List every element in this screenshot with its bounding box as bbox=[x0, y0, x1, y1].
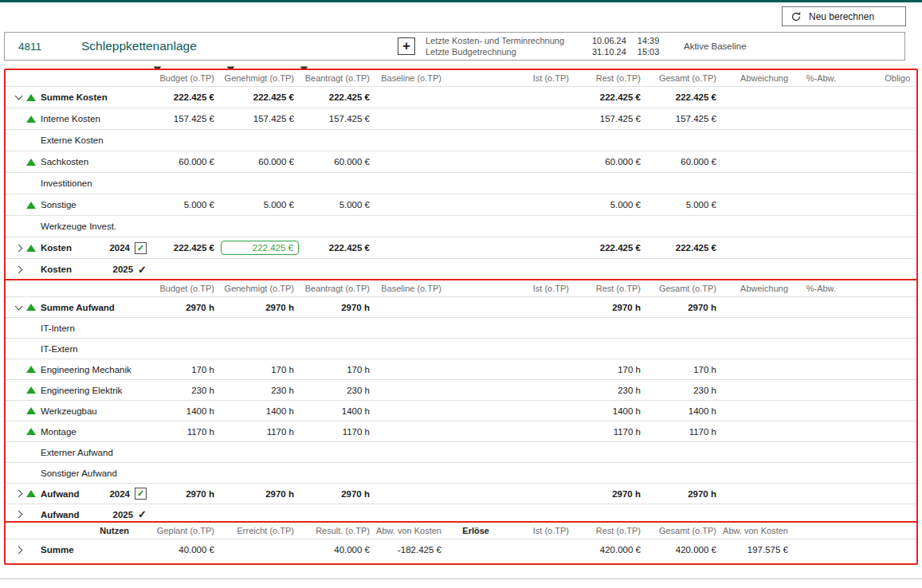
value-cell[interactable]: 222.425 € bbox=[221, 92, 300, 102]
last-cost-calc-date: 10.06.24 bbox=[592, 36, 626, 45]
value-cell[interactable]: 222.425 € bbox=[153, 92, 221, 102]
project-title: Schleppkettenanlage bbox=[81, 39, 197, 53]
value-cell[interactable]: 222.425 € bbox=[300, 243, 376, 253]
year-checkbox[interactable]: ✓ bbox=[135, 488, 147, 500]
value-cell[interactable]: 420.000 € bbox=[575, 545, 647, 555]
value-cell[interactable]: 2970 h bbox=[153, 489, 221, 499]
row-label: Sonstige bbox=[41, 200, 77, 210]
value-cell[interactable]: 5.000 € bbox=[300, 200, 376, 210]
value-cell[interactable]: 60.000 € bbox=[300, 157, 376, 167]
chevron-right-icon[interactable] bbox=[10, 547, 26, 553]
value-cell[interactable]: 170 h bbox=[575, 365, 647, 374]
chevron-right-icon[interactable] bbox=[10, 267, 26, 272]
value-cell[interactable]: 222.425 € bbox=[300, 92, 376, 102]
row-label: Aufwand bbox=[41, 489, 80, 499]
row-label: IT-Intern bbox=[41, 323, 75, 333]
value-cell[interactable]: 2970 h bbox=[575, 303, 647, 312]
value-cell[interactable]: 2970 h bbox=[153, 303, 221, 312]
row-label-cell: Kosten2025✓ bbox=[6, 259, 153, 280]
value-cell[interactable]: 230 h bbox=[221, 386, 300, 395]
value-cell[interactable]: 1170 h bbox=[575, 427, 647, 437]
value-cell[interactable]: 230 h bbox=[647, 386, 723, 395]
chevron-down-icon[interactable] bbox=[10, 96, 26, 99]
recalculate-button[interactable]: Neu berechnen bbox=[782, 6, 906, 26]
value-cell[interactable]: 222.425 € bbox=[575, 243, 647, 253]
selected-value-cell[interactable]: 222.425 € bbox=[221, 241, 299, 255]
table-row: IT-Extern bbox=[6, 339, 916, 359]
value-cell[interactable]: 157.425 € bbox=[153, 114, 221, 123]
value-cell[interactable]: 1400 h bbox=[221, 406, 300, 416]
expand-button[interactable]: + bbox=[398, 37, 415, 55]
value-cell[interactable]: 222.425 € bbox=[647, 243, 723, 253]
chevron-right-icon[interactable] bbox=[10, 491, 26, 496]
column-header: Result. (o.TP) bbox=[300, 526, 376, 535]
value-cell[interactable]: 1170 h bbox=[300, 427, 376, 437]
value-cell[interactable]: 1400 h bbox=[647, 406, 723, 416]
value-cell[interactable]: 60.000 € bbox=[575, 157, 647, 167]
value-cell[interactable]: 5.000 € bbox=[153, 200, 221, 210]
value-cell[interactable]: -182.425 € bbox=[376, 545, 448, 555]
value-cell[interactable]: 2970 h bbox=[221, 489, 300, 499]
calc-info-labels: Letzte Kosten- und Terminrechnung Letzte… bbox=[426, 36, 564, 57]
chevron-right-icon[interactable] bbox=[10, 245, 26, 251]
column-header: Rest (o.TP) bbox=[575, 526, 647, 535]
active-baseline-label: Aktive Baseline bbox=[684, 41, 747, 51]
table-row: Engineering Mechanik170 h170 h170 h170 h… bbox=[6, 359, 916, 380]
column-header: Abw. von Kosten bbox=[376, 526, 448, 535]
column-header: Erreicht (o.TP) bbox=[221, 526, 300, 535]
value-cell[interactable]: 60.000 € bbox=[647, 157, 723, 167]
value-cell[interactable]: 170 h bbox=[300, 365, 376, 374]
value-cell[interactable]: 170 h bbox=[221, 365, 300, 374]
row-label-cell: Aufwand2024✓ bbox=[6, 484, 153, 504]
column-header: Abweichung bbox=[723, 73, 794, 83]
column-header: Ist (o.TP) bbox=[448, 284, 575, 293]
value-cell[interactable]: 197.575 € bbox=[723, 545, 794, 555]
value-cell[interactable]: 1170 h bbox=[647, 427, 723, 437]
value-cell[interactable]: 5.000 € bbox=[575, 200, 647, 210]
value-cell[interactable]: 5.000 € bbox=[221, 200, 300, 210]
value-cell[interactable]: 157.425 € bbox=[221, 114, 300, 123]
value-cell[interactable]: 40.000 € bbox=[300, 545, 376, 555]
value-cell[interactable]: 157.425 € bbox=[300, 114, 376, 123]
row-label: Kosten bbox=[41, 243, 72, 253]
value-cell[interactable]: 2970 h bbox=[300, 303, 376, 312]
table-row: Kosten2024✓222.425 €222.425 €222.425 €22… bbox=[6, 237, 916, 259]
row-label-cell: IT-Extern bbox=[6, 339, 153, 359]
value-cell[interactable]: 222.425 € bbox=[221, 241, 300, 255]
value-cell[interactable]: 40.000 € bbox=[153, 545, 221, 555]
status-triangle-icon bbox=[26, 490, 41, 497]
value-cell[interactable]: 230 h bbox=[153, 386, 221, 395]
value-cell[interactable]: 157.425 € bbox=[647, 114, 723, 123]
value-cell[interactable]: 1400 h bbox=[300, 406, 376, 416]
value-cell[interactable]: 1400 h bbox=[575, 406, 647, 416]
row-label: Aufwand bbox=[41, 510, 80, 519]
year-checkbox[interactable]: ✓ bbox=[135, 242, 147, 254]
table-row: Summe Aufwand2970 h2970 h2970 h2970 h297… bbox=[6, 297, 916, 318]
row-label-cell: Interne Kosten bbox=[6, 108, 153, 129]
value-cell[interactable]: 222.425 € bbox=[153, 243, 221, 253]
value-cell[interactable]: 2970 h bbox=[221, 303, 300, 312]
chevron-down-icon[interactable] bbox=[10, 306, 26, 309]
chevron-right-icon[interactable] bbox=[10, 512, 26, 517]
value-cell[interactable]: 157.425 € bbox=[575, 114, 647, 123]
row-label: Interne Kosten bbox=[41, 114, 100, 123]
value-cell[interactable]: 1170 h bbox=[153, 427, 221, 437]
value-cell[interactable]: 420.000 € bbox=[647, 545, 723, 555]
value-cell[interactable]: 230 h bbox=[575, 386, 647, 395]
value-cell[interactable]: 60.000 € bbox=[221, 157, 300, 167]
value-cell[interactable]: 170 h bbox=[647, 365, 723, 374]
year-group: 2024✓ bbox=[109, 488, 153, 500]
value-cell[interactable]: 2970 h bbox=[647, 489, 723, 499]
value-cell[interactable]: 2970 h bbox=[647, 303, 723, 312]
value-cell[interactable]: 1170 h bbox=[221, 427, 300, 437]
table-row: Werkzeugbau1400 h1400 h1400 h1400 h1400 … bbox=[6, 401, 916, 421]
value-cell[interactable]: 1400 h bbox=[153, 406, 221, 416]
value-cell[interactable]: 222.425 € bbox=[647, 92, 723, 102]
value-cell[interactable]: 60.000 € bbox=[153, 157, 221, 167]
value-cell[interactable]: 5.000 € bbox=[647, 200, 723, 210]
value-cell[interactable]: 230 h bbox=[300, 386, 376, 395]
value-cell[interactable]: 222.425 € bbox=[575, 92, 647, 102]
value-cell[interactable]: 170 h bbox=[153, 365, 221, 374]
value-cell[interactable]: 2970 h bbox=[300, 489, 376, 499]
value-cell[interactable]: 2970 h bbox=[575, 489, 647, 499]
